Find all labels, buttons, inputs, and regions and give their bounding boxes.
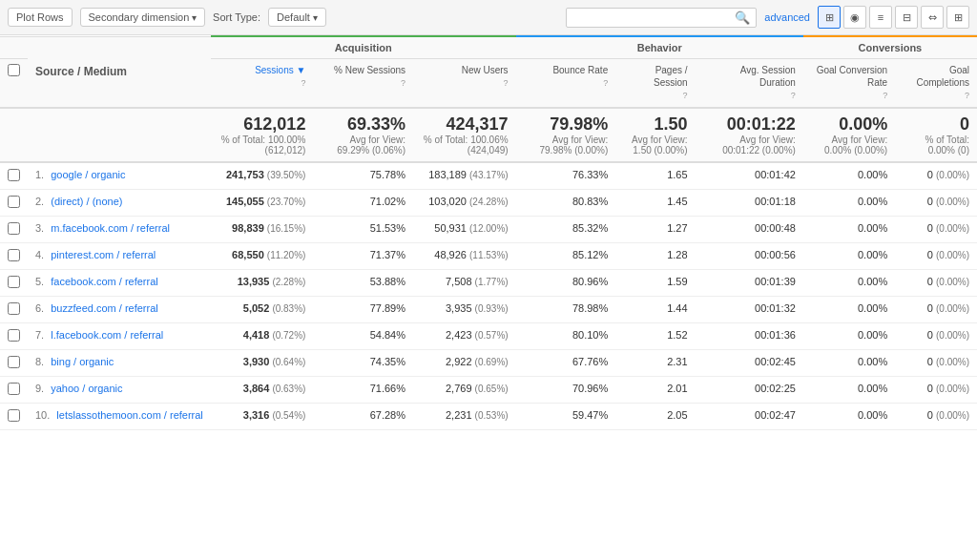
row-checkbox-cell (0, 322, 28, 349)
checkbox-col-subheader (0, 59, 28, 108)
secondary-dimension-button[interactable]: Secondary dimension (80, 8, 206, 27)
avg-session-cell: 00:01:39 (696, 269, 803, 296)
totals-pct-new: 69.33% Avg for View: 69.29% (0.06%) (313, 108, 413, 162)
sort-default-button[interactable]: Default (268, 8, 326, 27)
source-link[interactable]: yahoo / organic (51, 383, 122, 394)
row-checkbox-cell (0, 296, 28, 322)
plot-rows-button[interactable]: Plot Rows (8, 8, 73, 27)
source-link[interactable]: pinterest.com / referral (51, 249, 156, 260)
new-users-col-header[interactable]: New Users? (413, 59, 516, 108)
view-compare-button[interactable]: ⊟ (895, 6, 918, 29)
source-medium-cell: 1. google / organic (28, 162, 211, 190)
avg-session-cell: 00:02:45 (696, 349, 803, 376)
select-all-checkbox[interactable] (8, 64, 20, 76)
row-checkbox-cell (0, 162, 28, 190)
pct-new-cell: 75.78% (313, 162, 413, 190)
avg-session-cell: 00:01:36 (696, 322, 803, 349)
row-checkbox[interactable] (8, 302, 20, 315)
source-link[interactable]: buzzfeed.com / referral (51, 302, 158, 314)
avg-session-cell: 00:02:25 (696, 376, 803, 403)
avg-session-cell: 00:01:42 (696, 162, 803, 190)
sessions-cell: 3,930 (0.64%) (211, 349, 314, 376)
acquisition-group-header: Acquisition (211, 36, 516, 59)
view-custom-button[interactable]: ⊞ (946, 6, 969, 29)
row-checkbox-cell (0, 189, 28, 216)
row-number: 10. (35, 409, 50, 421)
source-link[interactable]: letslassothemoon.com / referral (56, 409, 202, 421)
table-row: 8. bing / organic 3,930 (0.64%) 74.35% 2… (0, 349, 977, 376)
goal-comp-cell: 0 (0.00%) (895, 162, 977, 190)
new-users-cell: 2,769 (0.65%) (413, 376, 516, 403)
source-link[interactable]: google / organic (51, 169, 125, 180)
totals-new-users: 424,317 % of Total: 100.06% (424,049) (413, 108, 516, 162)
table-row: 4. pinterest.com / referral 68,550 (11.2… (0, 242, 977, 269)
goal-comp-cell: 0 (0.00%) (895, 269, 977, 296)
sessions-cell: 3,864 (0.63%) (211, 376, 314, 403)
goal-conv-cell: 0.00% (803, 269, 895, 296)
row-checkbox[interactable] (8, 276, 20, 288)
totals-goal-conv: 0.00% Avg for View: 0.00% (0.00%) (803, 108, 895, 162)
new-users-cell: 7,508 (1.77%) (413, 269, 516, 296)
toolbar: Plot Rows Secondary dimension Sort Type:… (0, 0, 977, 35)
bounce-rate-cell: 59.47% (516, 403, 616, 429)
pct-new-cell: 71.66% (313, 376, 413, 403)
table-row: 7. l.facebook.com / referral 4,418 (0.72… (0, 322, 977, 349)
avg-session-duration-col-header[interactable]: Avg. Session Duration? (696, 59, 803, 108)
sessions-cell: 68,550 (11.20%) (211, 242, 314, 269)
search-icon-button[interactable]: 🔍 (735, 10, 750, 25)
pct-new-cell: 53.88% (313, 269, 413, 296)
pct-new-cell: 71.37% (313, 242, 413, 269)
source-link[interactable]: (direct) / (none) (51, 196, 122, 207)
view-pie-button[interactable]: ◉ (843, 6, 866, 29)
row-checkbox[interactable] (8, 356, 20, 368)
bounce-rate-cell: 80.83% (516, 189, 616, 216)
pages-session-cell: 1.27 (615, 216, 695, 242)
bounce-rate-cell: 85.12% (516, 242, 616, 269)
goal-conv-cell: 0.00% (803, 403, 895, 429)
sessions-col-header[interactable]: Sessions ▼? (211, 59, 314, 108)
pct-new-cell: 67.28% (313, 403, 413, 429)
source-link[interactable]: m.facebook.com / referral (51, 222, 170, 234)
goal-conversion-rate-col-header[interactable]: Goal Conversion Rate? (803, 59, 895, 108)
source-link[interactable]: bing / organic (51, 356, 114, 367)
sessions-cell: 13,935 (2.28%) (211, 269, 314, 296)
pages-session-col-header[interactable]: Pages / Session? (615, 59, 695, 108)
row-checkbox[interactable] (8, 249, 20, 261)
row-checkbox[interactable] (8, 329, 20, 342)
pct-new-cell: 71.02% (313, 189, 413, 216)
row-checkbox[interactable] (8, 169, 20, 181)
source-medium-cell: 9. yahoo / organic (28, 376, 211, 403)
source-medium-cell: 8. bing / organic (28, 349, 211, 376)
sessions-cell: 145,055 (23.70%) (211, 189, 314, 216)
totals-bounce-rate: 79.98% Avg for View: 79.98% (0.00%) (516, 108, 616, 162)
totals-pages-session: 1.50 Avg for View: 1.50 (0.00%) (615, 108, 695, 162)
avg-session-cell: 00:01:18 (696, 189, 803, 216)
avg-session-cell: 00:02:47 (696, 403, 803, 429)
goal-conv-cell: 0.00% (803, 322, 895, 349)
view-grid-button[interactable]: ⊞ (818, 6, 841, 29)
source-medium-cell: 2. (direct) / (none) (28, 189, 211, 216)
row-checkbox[interactable] (8, 383, 20, 395)
goal-conv-cell: 0.00% (803, 242, 895, 269)
source-link[interactable]: facebook.com / referral (51, 276, 158, 287)
row-checkbox-cell (0, 242, 28, 269)
source-link[interactable]: l.facebook.com / referral (51, 329, 163, 341)
advanced-link[interactable]: advanced (764, 11, 810, 23)
view-pivot-button[interactable]: ⇔ (921, 6, 944, 29)
goal-comp-cell: 0 (0.00%) (895, 403, 977, 429)
row-checkbox[interactable] (8, 409, 20, 422)
pct-new-sessions-col-header[interactable]: % New Sessions? (313, 59, 413, 108)
totals-row: 612,012 % of Total: 100.00% (612,012) 69… (0, 108, 977, 162)
table-row: 6. buzzfeed.com / referral 5,052 (0.83%)… (0, 296, 977, 322)
group-header-row: Source / Medium Acquisition Behavior Con… (0, 36, 977, 59)
row-checkbox[interactable] (8, 196, 20, 208)
view-list-button[interactable]: ≡ (869, 6, 892, 29)
goal-completions-col-header[interactable]: Goal Completions? (895, 59, 977, 108)
search-box: 🔍 (566, 8, 757, 28)
bounce-rate-cell: 70.96% (516, 376, 616, 403)
new-users-cell: 183,189 (43.17%) (413, 162, 516, 190)
search-input[interactable] (572, 11, 735, 23)
row-checkbox[interactable] (8, 222, 20, 235)
bounce-rate-col-header[interactable]: Bounce Rate? (516, 59, 616, 108)
pages-session-cell: 1.28 (615, 242, 695, 269)
